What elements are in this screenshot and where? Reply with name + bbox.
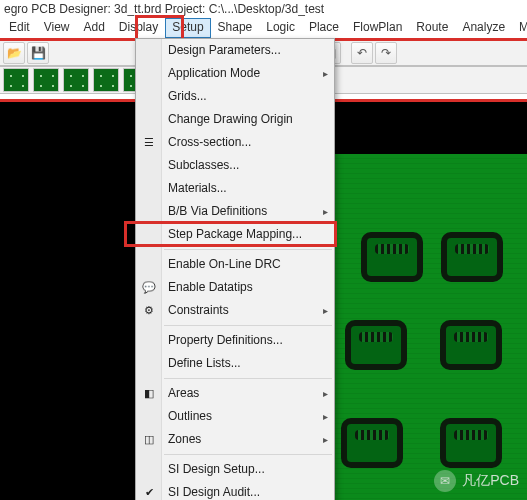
menu-item-label: Enable On-Line DRC — [168, 257, 281, 271]
menu-flowplan[interactable]: FlowPlan — [346, 18, 409, 38]
save-button[interactable]: 💾 — [27, 42, 49, 64]
menu-item-label: Grids... — [168, 89, 207, 103]
menu-item-label: Materials... — [168, 181, 227, 195]
menu-item-constraints[interactable]: ⚙Constraints — [136, 299, 334, 322]
menu-item-label: B/B Via Definitions — [168, 204, 267, 218]
menu-item-label: Areas — [168, 386, 199, 400]
menu-item-application-mode[interactable]: Application Mode — [136, 62, 334, 85]
menu-item-step-package-mapping[interactable]: Step Package Mapping... — [136, 223, 334, 246]
menu-item-materials[interactable]: Materials... — [136, 177, 334, 200]
pcb-component-2[interactable] — [441, 232, 503, 282]
gear-icon: ⚙ — [141, 302, 157, 318]
menu-item-grids[interactable]: Grids... — [136, 85, 334, 108]
menu-item-label: Cross-section... — [168, 135, 251, 149]
menu-item-label: Design Parameters... — [168, 43, 281, 57]
menu-place[interactable]: Place — [302, 18, 346, 38]
menu-item-label: Property Definitions... — [168, 333, 283, 347]
menu-item-label: Define Lists... — [168, 356, 241, 370]
menu-item-outlines[interactable]: Outlines — [136, 405, 334, 428]
menu-bar: EditViewAddDisplaySetupShapeLogicPlaceFl… — [0, 18, 527, 38]
wechat-icon: ✉ — [434, 470, 456, 492]
area-icon: ◧ — [141, 385, 157, 401]
pcb-component-3[interactable] — [345, 320, 407, 370]
menu-item-zones[interactable]: ◫Zones — [136, 428, 334, 451]
menu-item-label: Outlines — [168, 409, 212, 423]
menu-item-label: Application Mode — [168, 66, 260, 80]
menu-item-enable-datatips[interactable]: 💬Enable Datatips — [136, 276, 334, 299]
menu-item-property-definitions[interactable]: Property Definitions... — [136, 329, 334, 352]
zone-icon: ◫ — [141, 431, 157, 447]
watermark-text: 凡亿PCB — [462, 472, 519, 490]
menu-manufacture[interactable]: Manufacture — [512, 18, 527, 38]
menu-add[interactable]: Add — [76, 18, 111, 38]
pcb-component-5[interactable] — [341, 418, 403, 468]
menu-item-label: Enable Datatips — [168, 280, 253, 294]
menu-item-define-lists[interactable]: Define Lists... — [136, 352, 334, 375]
menu-item-si-design-setup[interactable]: SI Design Setup... — [136, 458, 334, 481]
menu-item-change-drawing-origin[interactable]: Change Drawing Origin — [136, 108, 334, 131]
pcb-component-4[interactable] — [440, 320, 502, 370]
setup-dropdown: Design Parameters...Application ModeGrid… — [135, 38, 335, 500]
open-button[interactable]: 📂 — [3, 42, 25, 64]
menu-item-design-parameters[interactable]: Design Parameters... — [136, 39, 334, 62]
watermark: ✉ 凡亿PCB — [434, 470, 519, 492]
menu-item-enable-on-line-drc[interactable]: Enable On-Line DRC — [136, 253, 334, 276]
menu-item-label: Constraints — [168, 303, 229, 317]
menu-view[interactable]: View — [37, 18, 77, 38]
audit-icon: ✔ — [141, 484, 157, 500]
menu-item-si-design-audit[interactable]: ✔SI Design Audit... — [136, 481, 334, 500]
layer-preset-1[interactable] — [3, 68, 29, 92]
menu-item-cross-section[interactable]: ☰Cross-section... — [136, 131, 334, 154]
menu-item-label: Subclasses... — [168, 158, 239, 172]
menu-logic[interactable]: Logic — [259, 18, 302, 38]
layer-preset-3[interactable] — [63, 68, 89, 92]
menu-item-areas[interactable]: ◧Areas — [136, 382, 334, 405]
layer-preset-2[interactable] — [33, 68, 59, 92]
menu-edit[interactable]: Edit — [2, 18, 37, 38]
menu-analyze[interactable]: Analyze — [455, 18, 512, 38]
menu-separator — [164, 325, 332, 326]
layer-preset-4[interactable] — [93, 68, 119, 92]
menu-separator — [164, 249, 332, 250]
menu-separator — [164, 454, 332, 455]
menu-setup[interactable]: Setup — [165, 18, 210, 38]
menu-item-subclasses[interactable]: Subclasses... — [136, 154, 334, 177]
window-title: egro PCB Designer: 3d_tt.brd Project: C:… — [0, 0, 527, 18]
menu-separator — [164, 378, 332, 379]
menu-item-b-b-via-definitions[interactable]: B/B Via Definitions — [136, 200, 334, 223]
menu-item-label: Step Package Mapping... — [168, 227, 302, 241]
menu-item-label: Change Drawing Origin — [168, 112, 293, 126]
tip-icon: 💬 — [141, 279, 157, 295]
layers-icon: ☰ — [141, 134, 157, 150]
pcb-component-6[interactable] — [440, 418, 502, 468]
menu-item-label: SI Design Setup... — [168, 462, 265, 476]
redo-button[interactable]: ↷ — [375, 42, 397, 64]
pcb-component-1[interactable] — [361, 232, 423, 282]
menu-display[interactable]: Display — [112, 18, 165, 38]
menu-item-label: SI Design Audit... — [168, 485, 260, 499]
title-text: egro PCB Designer: 3d_tt.brd Project: C:… — [4, 2, 324, 16]
menu-item-label: Zones — [168, 432, 201, 446]
menu-shape[interactable]: Shape — [211, 18, 260, 38]
menu-route[interactable]: Route — [409, 18, 455, 38]
undo-button[interactable]: ↶ — [351, 42, 373, 64]
